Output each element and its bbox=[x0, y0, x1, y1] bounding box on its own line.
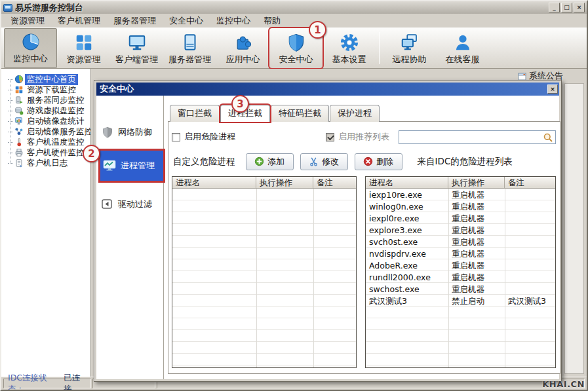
tree-pie-icon bbox=[14, 75, 24, 84]
idc-process-table-body[interactable]: iexp10re.exe重启机器 winlog0n.exe重启机器 iexpl0… bbox=[366, 189, 555, 367]
tree-item-label: 启动镜像盘统计 bbox=[25, 116, 87, 127]
nav-item-process-manage[interactable]: 2 进程管理 bbox=[100, 151, 163, 181]
monitor-icon bbox=[126, 33, 148, 52]
close-button[interactable]: × bbox=[574, 3, 585, 12]
nav-item-driver-filter[interactable]: 驱动过滤 bbox=[100, 196, 163, 212]
tree-item-boot-image-service[interactable]: 启动镜像服务监控 bbox=[1, 126, 90, 137]
add-button[interactable]: 添加 bbox=[246, 153, 294, 170]
col-remark[interactable]: 备注 bbox=[505, 177, 555, 188]
tree-item-monitor-home[interactable]: 监控中心首页 bbox=[1, 74, 90, 84]
add-icon bbox=[254, 157, 264, 166]
tree-item-label: 客户机硬件监控 bbox=[25, 147, 87, 158]
col-process-name[interactable]: 进程名 bbox=[366, 177, 448, 188]
tab-process-intercept[interactable]: 3 进程拦截 bbox=[220, 105, 270, 122]
tree-item-server-sync[interactable]: 服务器同步监控 bbox=[1, 95, 90, 105]
menu-resource[interactable]: 资源管理 bbox=[4, 14, 51, 28]
toolbar-basic-settings[interactable]: 基本设置 bbox=[323, 28, 376, 68]
menu-monitor[interactable]: 监控中心 bbox=[210, 14, 257, 28]
toolbar-server-manage[interactable]: 服务器管理 bbox=[163, 28, 216, 68]
toolbar-remote-assist[interactable]: 远程协助 bbox=[383, 28, 436, 68]
dialog-close-button[interactable]: × bbox=[547, 84, 558, 94]
table-row[interactable]: AdobeR.exe重启机器 bbox=[366, 259, 555, 271]
table-row[interactable]: winlog0n.exe重启机器 bbox=[366, 200, 555, 212]
tree-disk-icon bbox=[14, 106, 24, 115]
annotation-circle-2: 2 bbox=[83, 145, 100, 162]
tab-signature-intercept[interactable]: 特征码拦截 bbox=[271, 105, 329, 122]
table-row[interactable]: nvdispdrv.exe重启机器 bbox=[366, 248, 555, 259]
maximize-button[interactable]: □ bbox=[561, 3, 572, 12]
tab-window-intercept[interactable]: 窗口拦截 bbox=[170, 105, 220, 122]
toolbar-item-label: 在线客服 bbox=[446, 54, 480, 65]
table-row[interactable]: swchost.exe重启机器 bbox=[366, 283, 555, 295]
toolbar-online-service[interactable]: 在线客服 bbox=[436, 28, 489, 68]
tree-item-game-vdisk[interactable]: 游戏虚拟盘监控 bbox=[1, 105, 90, 116]
monitor-chart-icon bbox=[103, 160, 116, 172]
delete-icon bbox=[363, 157, 373, 166]
idc-process-table[interactable]: 进程名 执行操作 备注 iexp10re.exe重启机器 winlog0n.ex… bbox=[365, 176, 556, 368]
table-header-row: 进程名 执行操作 备注 bbox=[366, 177, 555, 189]
tree-item-client-log[interactable]: 客户机日志 bbox=[1, 158, 90, 168]
toolbar-item-label: 资源管理 bbox=[67, 54, 101, 65]
tree-item-client-hardware[interactable]: 客户机硬件监控 bbox=[1, 147, 90, 158]
table-row[interactable]: svch0st.exe重启机器 bbox=[366, 236, 555, 248]
col-action[interactable]: 执行操作 bbox=[448, 177, 505, 188]
minimize-button[interactable]: _ bbox=[549, 3, 560, 12]
grid-icon bbox=[73, 33, 95, 52]
toolbar-monitor-center[interactable]: 监控中心 bbox=[4, 28, 57, 68]
delete-button-label: 删除 bbox=[376, 156, 393, 168]
watermark: KHAI.CN bbox=[542, 379, 585, 389]
col-process-name[interactable]: 进程名 bbox=[172, 177, 256, 188]
delete-button[interactable]: 删除 bbox=[355, 153, 402, 170]
menu-security[interactable]: 安全中心 bbox=[163, 14, 210, 28]
toolbar-security-center[interactable]: 1 安全中心 bbox=[269, 28, 323, 68]
tree-item-label: 服务器同步监控 bbox=[25, 95, 87, 106]
toolbar-item-label: 远程协助 bbox=[393, 54, 427, 65]
tree-item-boot-image-stats[interactable]: 启动镜像盘统计 bbox=[1, 116, 90, 126]
toolbar-client-manage[interactable]: 客户端管理 bbox=[110, 28, 163, 68]
tab-protect-process[interactable]: 保护进程 bbox=[330, 105, 380, 122]
custom-process-table[interactable]: 进程名 执行操作 备注 bbox=[172, 176, 357, 368]
table-row[interactable]: iexpl0re.exe重启机器 bbox=[366, 212, 555, 224]
table-row[interactable]: explore3.exe重启机器 bbox=[366, 224, 555, 236]
table-header-row: 进程名 执行操作 备注 bbox=[172, 177, 356, 189]
tree-item-resource-download[interactable]: 资源下载监控 bbox=[1, 84, 90, 95]
modify-button-label: 修改 bbox=[322, 156, 339, 168]
sidebar-tree: 监控中心首页 资源下载监控 服务器同步监控 游戏虚拟盘监控 启动镜像盘统计 bbox=[1, 69, 91, 377]
col-remark[interactable]: 备注 bbox=[313, 177, 356, 188]
enable-danger-label: 启用危险进程 bbox=[184, 131, 235, 143]
col-action[interactable]: 执行操作 bbox=[256, 177, 313, 188]
window-controls: _ □ × bbox=[549, 3, 585, 12]
table-row[interactable]: 武汉测试3禁止启动武汉测试3 bbox=[366, 295, 555, 307]
menu-server[interactable]: 服务器管理 bbox=[107, 14, 163, 28]
options-row: 启用危险进程 启用推荐列表 bbox=[172, 130, 556, 144]
annotation-circle-1: 1 bbox=[309, 21, 326, 39]
process-intercept-panel: 启用危险进程 启用推荐列表 自定义危险进程 bbox=[168, 121, 560, 374]
menu-client[interactable]: 客户机管理 bbox=[51, 14, 107, 28]
enable-danger-checkbox-group[interactable]: 启用危险进程 bbox=[172, 131, 235, 143]
search-icon[interactable] bbox=[543, 132, 553, 143]
dialog-titlebar: 安全中心 × bbox=[96, 83, 559, 96]
nav-item-network-defense[interactable]: 网络防御 bbox=[100, 124, 163, 140]
tables-row: 进程名 执行操作 备注 进程名 bbox=[172, 176, 556, 368]
tree-log-icon bbox=[14, 158, 24, 168]
search-input[interactable] bbox=[399, 131, 541, 143]
custom-process-table-body[interactable] bbox=[172, 189, 356, 367]
announcement-icon bbox=[518, 72, 526, 81]
table-row[interactable]: rundll2000.exe重启机器 bbox=[366, 271, 555, 283]
status-idc-value: 已连接 bbox=[64, 373, 87, 391]
modify-button[interactable]: 修改 bbox=[300, 153, 348, 170]
tab-strip: 窗口拦截 3 进程拦截 特征码拦截 保护进程 bbox=[170, 105, 560, 122]
tree-item-label: 客户机温度监控 bbox=[25, 137, 87, 148]
toolbar-item-label: 客户端管理 bbox=[115, 54, 158, 65]
table-row[interactable]: iexp10re.exe重启机器 bbox=[366, 189, 555, 200]
tree-item-client-temperature[interactable]: 客户机温度监控 bbox=[1, 137, 90, 147]
shield-icon bbox=[285, 33, 307, 52]
enable-danger-checkbox[interactable] bbox=[172, 133, 180, 141]
menu-help[interactable]: 帮助 bbox=[257, 14, 287, 28]
status-idc-label: IDC连接状态： bbox=[8, 373, 59, 391]
toolbar-resource-manage[interactable]: 资源管理 bbox=[57, 28, 110, 68]
puzzle-icon bbox=[232, 33, 254, 52]
toolbar-app-center[interactable]: 应用中心 bbox=[216, 28, 269, 68]
nav-item-label: 网络防御 bbox=[118, 126, 152, 138]
toolbar: 监控中心 资源管理 客户端管理 服务器管理 应用中心 1 安全中心 基本设置 bbox=[1, 28, 587, 69]
